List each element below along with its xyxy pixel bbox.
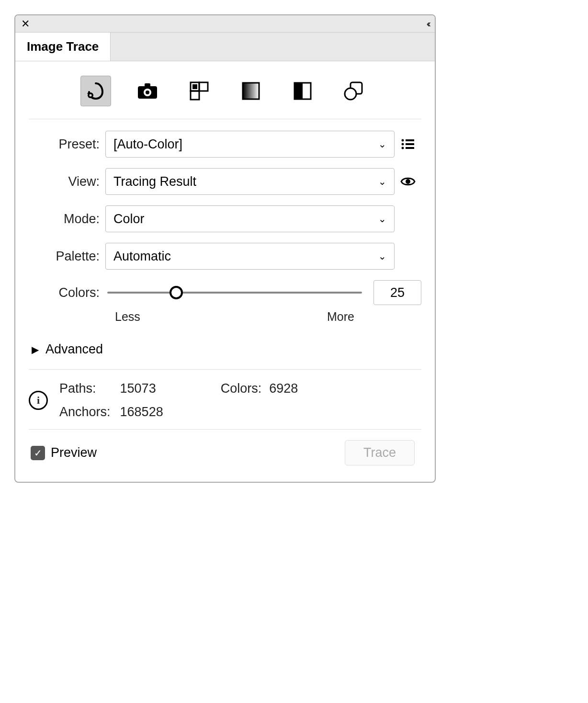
svg-rect-7 — [199, 82, 208, 91]
chevron-down-icon: ⌄ — [378, 176, 386, 187]
svg-point-19 — [402, 147, 404, 149]
chevron-down-icon: ⌄ — [378, 213, 386, 225]
close-icon[interactable]: ✕ — [21, 18, 30, 30]
colors-slider[interactable] — [107, 292, 362, 294]
tab-strip: Image Trace — [15, 33, 435, 61]
view-label: View: — [29, 174, 105, 189]
triangle-right-icon: ▶ — [32, 344, 39, 355]
svg-point-5 — [146, 91, 149, 94]
colors-stat-label: Colors: — [221, 381, 262, 396]
svg-point-14 — [345, 88, 356, 100]
svg-rect-9 — [192, 84, 197, 89]
info-icon: i — [29, 391, 48, 410]
svg-point-17 — [402, 143, 404, 146]
checkmark-icon: ✓ — [31, 446, 45, 460]
svg-point-15 — [402, 139, 404, 142]
palette-value: Automatic — [113, 249, 171, 264]
svg-point-21 — [406, 179, 410, 184]
auto-color-icon[interactable] — [80, 76, 111, 106]
paths-value: 15073 — [120, 381, 163, 396]
view-value: Tracing Result — [113, 174, 196, 189]
trace-button[interactable]: Trace — [345, 440, 415, 465]
palette-label: Palette: — [29, 249, 105, 264]
slider-thumb[interactable] — [170, 286, 183, 299]
grayscale-icon[interactable] — [236, 76, 266, 106]
chevron-down-icon: ⌄ — [378, 250, 386, 262]
svg-rect-8 — [191, 91, 199, 100]
anchors-label: Anchors: — [59, 405, 111, 420]
preset-icon-row — [29, 72, 421, 119]
trace-button-label: Trace — [363, 445, 396, 460]
tab-image-trace[interactable]: Image Trace — [15, 33, 111, 61]
colors-value-input[interactable]: 25 — [373, 280, 421, 305]
svg-rect-18 — [406, 143, 414, 145]
slider-min-label: Less — [115, 310, 140, 324]
view-select[interactable]: Tracing Result ⌄ — [105, 168, 395, 195]
preset-menu-icon[interactable] — [395, 139, 421, 149]
preset-value: [Auto-Color] — [113, 137, 182, 152]
stats-section: i Paths: 15073 Anchors: 168528 Colors: 6… — [29, 370, 421, 430]
preview-checkbox[interactable]: ✓ Preview — [31, 445, 97, 460]
palette-select[interactable]: Automatic ⌄ — [105, 243, 395, 270]
svg-point-1 — [90, 94, 92, 97]
preset-select[interactable]: [Auto-Color] ⌄ — [105, 131, 395, 158]
view-eye-icon[interactable] — [395, 176, 421, 187]
outline-icon[interactable] — [339, 76, 370, 106]
svg-rect-3 — [145, 83, 150, 87]
collapse-icon[interactable]: ‹‹ — [427, 18, 429, 29]
svg-rect-20 — [406, 147, 414, 149]
panel-title: Image Trace — [27, 39, 99, 54]
svg-rect-12 — [294, 83, 303, 99]
mode-label: Mode: — [29, 212, 105, 227]
preset-label: Preset: — [29, 137, 105, 152]
colors-value: 25 — [390, 285, 405, 300]
svg-rect-16 — [406, 139, 414, 141]
chevron-down-icon: ⌄ — [378, 138, 386, 150]
colors-stat-value: 6928 — [269, 381, 298, 396]
low-colors-icon[interactable] — [184, 76, 215, 106]
panel-titlebar: ✕ ‹‹ — [15, 15, 435, 33]
black-white-icon[interactable] — [287, 76, 318, 106]
preview-label: Preview — [51, 445, 97, 460]
colors-label: Colors: — [29, 285, 105, 300]
high-fidelity-photo-icon[interactable] — [132, 76, 163, 106]
slider-max-label: More — [327, 310, 354, 324]
paths-label: Paths: — [59, 381, 111, 396]
mode-select[interactable]: Color ⌄ — [105, 205, 395, 232]
mode-value: Color — [113, 212, 145, 227]
svg-rect-10 — [243, 83, 259, 99]
anchors-value: 168528 — [120, 405, 163, 420]
advanced-label: Advanced — [45, 342, 103, 357]
advanced-disclosure[interactable]: ▶ Advanced — [29, 337, 421, 370]
image-trace-panel: ✕ ‹‹ Image Trace — [14, 14, 436, 483]
